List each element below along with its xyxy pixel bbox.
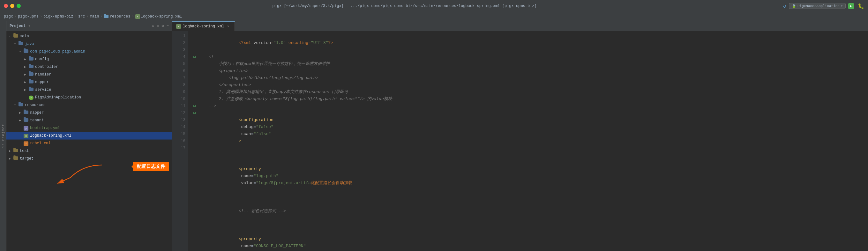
- code-line-13: <property name="CONSOLE_LOG_PATTERN": [193, 222, 868, 251]
- project-header-icons: ⊕ ⇔ ⚙ −: [152, 24, 169, 28]
- code-line-6: </properties>: [193, 81, 868, 88]
- breadcrumb-pigx[interactable]: pigx: [4, 14, 13, 19]
- tree-label-rebel: rebel.xml: [30, 141, 51, 146]
- editor-tabs: x logback-spring.xml ×: [172, 21, 868, 31]
- tree-item-service[interactable]: ▶ service: [6, 86, 172, 94]
- tree-label-java: java: [25, 42, 34, 46]
- run-config-label: PigxNacosApplication: [798, 4, 840, 8]
- tree-label-resources: resources: [25, 103, 45, 107]
- tree-label-controller: controller: [35, 65, 58, 69]
- tree-arrow: ▶: [24, 80, 29, 84]
- tree-label-bootstrap: bootstrap.yml: [30, 126, 60, 130]
- tree-item-resources[interactable]: ▾ resources: [6, 101, 172, 109]
- gutter-10: ⊟: [193, 110, 198, 116]
- breadcrumb-resources[interactable]: resources: [104, 14, 130, 19]
- gutter-2: ⊟: [193, 53, 198, 61]
- tree-item-pkg[interactable]: ▾ com.pig4cloud.pigx.admin: [6, 48, 172, 56]
- gutter-9: ⊟: [193, 103, 198, 110]
- dropdown-arrow-icon: ▾: [841, 4, 843, 8]
- tree-arrow: ▶: [24, 65, 29, 69]
- tree-item-handler[interactable]: ▶ handler: [6, 71, 172, 78]
- tree-item-controller[interactable]: ▶ controller: [6, 63, 172, 71]
- tree-arrow: ▾: [19, 50, 24, 53]
- tree-label-res-mapper: mapper: [30, 111, 44, 115]
- test-folder-icon: [13, 149, 19, 153]
- tree-label-tenant: tenant: [30, 118, 44, 122]
- project-panel-dropdown-icon[interactable]: ▾: [28, 24, 30, 28]
- code-line-3: 小技巧：在根pom里面设置统一存放路径，统一管理方便维护: [193, 61, 868, 68]
- tab-icon: x: [176, 24, 181, 29]
- code-content[interactable]: <?xml version="1.0" encoding="UTF-8"?> ⊟…: [188, 31, 868, 251]
- side-panel-label[interactable]: 1: Project: [0, 21, 6, 251]
- breadcrumb-src[interactable]: src: [78, 14, 85, 19]
- close-icon[interactable]: −: [166, 24, 169, 28]
- close-traffic-light[interactable]: [4, 4, 8, 8]
- refresh-icon[interactable]: ↺: [783, 3, 786, 9]
- title-bar: pigx [~/work/my/super/3.4/pigx] - .../pi…: [0, 0, 868, 12]
- tree-item-tenant[interactable]: ▶ tenant: [6, 116, 172, 124]
- tab-label: logback-spring.xml: [183, 24, 224, 29]
- tab-close-icon[interactable]: ×: [226, 24, 231, 29]
- pigx-app-icon: 🍃: [29, 95, 34, 100]
- add-icon[interactable]: ⊕: [152, 24, 154, 28]
- code-line-7: 1. 其他模块加日志输出，直接copy本文件放在resources 目录即可: [193, 88, 868, 96]
- run-config-selector[interactable]: 🍃 PigxNacosApplication ▾: [789, 3, 846, 9]
- tree-item-logback[interactable]: x logback-spring.xml: [6, 132, 172, 140]
- project-panel-wrapper: Project ▾ ⊕ ⇔ ⚙ − ▾ main ▾: [6, 21, 172, 251]
- breadcrumb-main[interactable]: main: [90, 14, 99, 19]
- tree-arrow: ▾: [14, 103, 19, 107]
- pkg-folder-icon: [24, 49, 29, 54]
- code-line-1: <?xml version="1.0" encoding="UTF-8"?>: [193, 33, 868, 53]
- window-title: pigx [~/work/my/super/3.4/pigx] - .../pi…: [26, 4, 783, 8]
- tree-item-test[interactable]: ▶ test: [6, 147, 172, 155]
- breadcrumb-pigx-upms[interactable]: pigx-upms: [18, 14, 39, 19]
- resources-folder-icon: [19, 103, 24, 107]
- mapper-folder-icon: [29, 80, 34, 84]
- tree-label-handler: handler: [35, 72, 51, 77]
- tree-item-res-mapper[interactable]: ▶ mapper: [6, 109, 172, 116]
- run-button[interactable]: ▶: [848, 3, 854, 9]
- target-folder-icon: [13, 156, 19, 161]
- logback-file-icon: x: [24, 134, 29, 138]
- breadcrumb-logback[interactable]: x logback-spring.xml: [135, 14, 182, 19]
- tree-item-rebel[interactable]: x rebel.xml: [6, 140, 172, 147]
- main-folder-icon: [13, 34, 19, 39]
- bootstrap-icon: y: [24, 126, 29, 130]
- tree-item-pigx-app[interactable]: 🍃 PigxAdminApplication: [6, 94, 172, 101]
- maximize-traffic-light[interactable]: [17, 4, 21, 8]
- tree-label-pkg: com.pig4cloud.pigx.admin: [30, 49, 85, 54]
- tree-label-pigx-app: PigxAdminApplication: [35, 95, 81, 100]
- tree-item-main[interactable]: ▾ main: [6, 33, 172, 40]
- tree-item-mapper[interactable]: ▶ mapper: [6, 78, 172, 86]
- breadcrumb-pigx-upms-biz[interactable]: pigx-upms-biz: [43, 14, 73, 19]
- tree-label-mapper: mapper: [35, 80, 49, 84]
- tree-item-java[interactable]: ▾ java: [6, 40, 172, 48]
- code-line-4: <properties>: [193, 68, 868, 75]
- code-line-5: <log-path>/Users/lengleng</log-path>: [193, 75, 868, 81]
- tenant-folder-icon: [24, 118, 29, 122]
- tree-item-target[interactable]: ▶ target: [6, 155, 172, 163]
- tree-item-config[interactable]: ▶ config: [6, 56, 172, 63]
- minimize-traffic-light[interactable]: [10, 4, 14, 8]
- layout-icon[interactable]: ⇔: [157, 24, 159, 28]
- handler-folder-icon: [29, 72, 34, 77]
- code-line-2: ⊟ <!--: [193, 53, 868, 61]
- side-label-text: 1: Project: [1, 124, 5, 148]
- project-tree: ▾ main ▾ java ▾ com.pig4cloud.pigx.admin: [6, 31, 172, 251]
- tree-item-bootstrap[interactable]: y bootstrap.yml: [6, 124, 172, 132]
- tree-label-config: config: [35, 57, 49, 62]
- code-line-11: <property name="log.path" value="logs/${…: [193, 152, 868, 194]
- code-line-12: <!-- 彩色日志格式 -->: [193, 194, 868, 222]
- tree-arrow: ▾: [9, 34, 13, 38]
- project-panel-header: Project ▾ ⊕ ⇔ ⚙ −: [6, 21, 172, 31]
- debug-icon[interactable]: 🐛: [858, 3, 864, 9]
- settings-icon[interactable]: ⚙: [162, 24, 164, 28]
- project-panel-title: Project: [9, 24, 26, 28]
- resources-folder-icon: [104, 15, 108, 18]
- project-panel: Project ▾ ⊕ ⇔ ⚙ − ▾ main ▾: [6, 21, 172, 251]
- tab-logback[interactable]: x logback-spring.xml ×: [172, 21, 235, 31]
- tree-arrow: ▶: [9, 149, 13, 153]
- tree-label-service: service: [35, 87, 51, 92]
- code-line-8: 2. 注意修改 <property name="${log-path}/log.…: [193, 96, 868, 103]
- tree-arrow: ▶: [24, 88, 29, 92]
